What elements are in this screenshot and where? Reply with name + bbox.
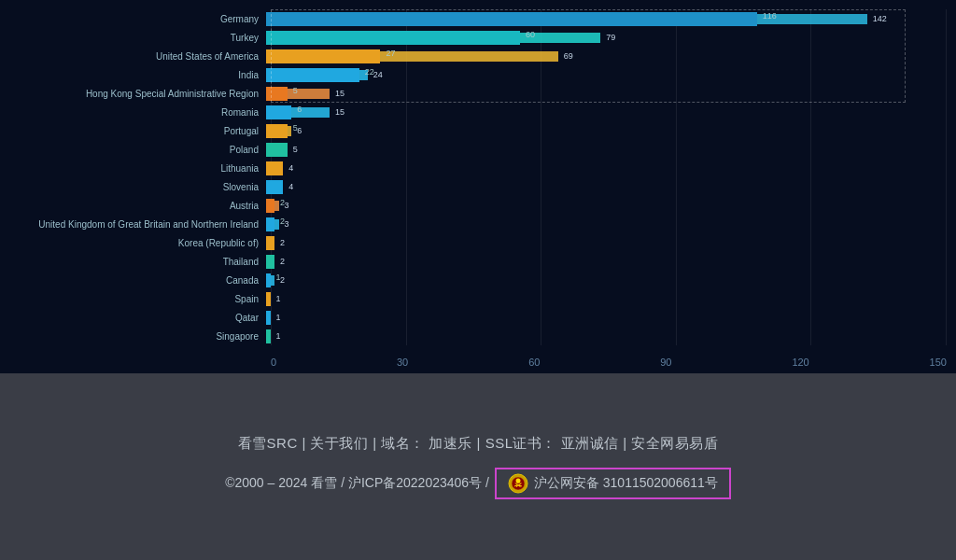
- bar-container: 155: [266, 84, 956, 103]
- chart-row: Romania156: [0, 103, 956, 121]
- chart-row: Spain1: [0, 289, 956, 308]
- x-label-60: 60: [528, 357, 540, 368]
- bar-container: 32: [266, 196, 956, 215]
- bar-value-outer: 2: [280, 275, 285, 285]
- bar-value-outer: 15: [335, 89, 344, 98]
- bar-value-outer: 24: [373, 70, 383, 79]
- row-label: United States of America: [0, 51, 266, 62]
- bar-container: 156: [266, 103, 956, 121]
- bar-value-outer: 142: [873, 14, 887, 23]
- bar-value-inner: 2: [280, 198, 285, 207]
- chart-row: Korea (Republic of)2: [0, 233, 956, 252]
- bar-value-inner: 116: [763, 11, 777, 21]
- bar-inner: [266, 105, 291, 119]
- row-label: Portugal: [0, 126, 266, 136]
- bar-container: 7960: [266, 28, 956, 47]
- chart-row: India2422: [0, 65, 956, 84]
- bar-value-inner: 5: [293, 86, 298, 95]
- row-label: Turkey: [0, 33, 266, 43]
- chart-row: United States of America6927: [0, 47, 956, 65]
- row-label: Singapore: [0, 331, 266, 342]
- bar-inner: [266, 329, 271, 343]
- bar-container: 1: [266, 327, 956, 345]
- footer-line1: 看雪SRC | 关于我们 | 域名： 加速乐 | SSL证书： 亚洲诚信 | 安…: [238, 435, 719, 453]
- chart-row: Poland5: [0, 140, 956, 159]
- bar-value-outer: 1: [276, 331, 281, 341]
- footer-copyright: ©2000 – 2024 看雪 / 沪ICP备2022023406号 /: [225, 475, 489, 492]
- row-label: Hong Kong Special Administrative Region: [0, 89, 266, 99]
- chart-row: Singapore1: [0, 327, 956, 345]
- bar-container: 2422: [266, 65, 956, 84]
- bar-container: 1: [266, 308, 956, 327]
- footer: 看雪SRC | 关于我们 | 域名： 加速乐 | SSL证书： 亚洲诚信 | 安…: [0, 373, 956, 560]
- bar-value-outer: 4: [288, 163, 293, 173]
- row-label: Romania: [0, 107, 266, 118]
- bar-inner: [266, 87, 288, 101]
- bar-value-outer: 4: [288, 182, 293, 191]
- bar-inner: [266, 12, 757, 26]
- bar-container: 5: [266, 140, 956, 159]
- bar-container: 2: [266, 252, 956, 271]
- bar-value-outer: 15: [335, 107, 344, 117]
- bar-container: 4: [266, 177, 956, 196]
- bar-inner: [266, 143, 288, 157]
- bar-inner: [266, 124, 288, 138]
- bar-value-inner: 2: [280, 217, 285, 226]
- bar-value-outer: 69: [564, 51, 573, 61]
- row-label: Germany: [0, 14, 266, 24]
- gov-badge-text: 沪公网安备 31011502006611号: [534, 475, 718, 492]
- bar-container: 2: [266, 233, 956, 252]
- bar-value-outer: 5: [293, 145, 298, 154]
- bar-value-outer: 3: [285, 201, 289, 210]
- chart-row: Portugal65: [0, 121, 956, 140]
- police-icon: ☆: [508, 473, 528, 494]
- x-label-0: 0: [271, 357, 276, 368]
- bar-inner: [266, 292, 271, 306]
- bar-value-inner: 1: [276, 273, 281, 282]
- chart-row: Canada21: [0, 271, 956, 289]
- bar-value-inner: 6: [297, 105, 302, 114]
- chart-row: Lithuania4: [0, 159, 956, 177]
- bar-container: 1: [266, 289, 956, 308]
- row-label: India: [0, 70, 266, 80]
- row-label: Qatar: [0, 313, 266, 323]
- x-label-90: 90: [660, 357, 671, 368]
- row-label: Poland: [0, 145, 266, 155]
- bar-container: 6927: [266, 47, 956, 65]
- row-label: Thailand: [0, 257, 266, 267]
- row-label: Austria: [0, 201, 266, 211]
- row-label: Spain: [0, 294, 266, 304]
- svg-point-3: [515, 478, 520, 483]
- bar-value-inner: 22: [365, 67, 374, 77]
- bar-inner: [266, 199, 274, 213]
- bar-container: 142116: [266, 9, 956, 28]
- bar-value-inner: 5: [293, 123, 298, 133]
- chart-row: Austria32: [0, 196, 956, 215]
- bar-value-inner: 60: [526, 30, 535, 39]
- bar-inner: [266, 161, 283, 175]
- chart-row: Slovenia4: [0, 177, 956, 196]
- row-label: Slovenia: [0, 182, 266, 192]
- bar-inner: [266, 273, 271, 287]
- bar-value-outer: 2: [280, 238, 285, 247]
- bar-value-inner: 27: [386, 49, 395, 58]
- gov-badge[interactable]: ☆ 沪公网安备 31011502006611号: [495, 468, 731, 499]
- bar-container: 21: [266, 271, 956, 289]
- bar-value-outer: 2: [280, 257, 285, 266]
- bar-value-outer: 1: [276, 313, 281, 322]
- chart-row: United Kingdom of Great Britain and Nort…: [0, 215, 956, 233]
- bar-inner: [266, 311, 271, 325]
- chart-row: Thailand2: [0, 252, 956, 271]
- bar-inner: [266, 236, 274, 250]
- bar-container: 32: [266, 215, 956, 233]
- chart-row: Qatar1: [0, 308, 956, 327]
- x-label-30: 30: [397, 357, 408, 368]
- bar-value-outer: 1: [276, 294, 281, 303]
- chart-area: Germany142116Turkey7960United States of …: [0, 0, 956, 373]
- bar-value-outer: 6: [297, 126, 302, 135]
- row-label: Korea (Republic of): [0, 238, 266, 248]
- bar-container: 4: [266, 159, 956, 177]
- bar-inner: [266, 180, 283, 194]
- row-label: Lithuania: [0, 163, 266, 174]
- chart-row: Turkey7960: [0, 28, 956, 47]
